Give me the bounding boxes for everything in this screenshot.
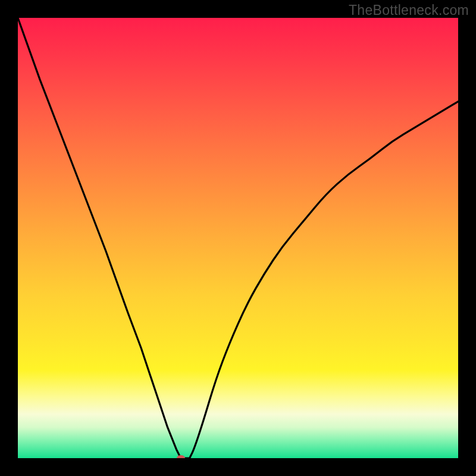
optimal-point-marker (177, 455, 185, 458)
bottleneck-curve (18, 18, 458, 458)
chart-frame: TheBottleneck.com (0, 0, 476, 476)
plot-area (18, 18, 458, 458)
curve-layer (18, 18, 458, 458)
watermark-text: TheBottleneck.com (349, 2, 469, 18)
